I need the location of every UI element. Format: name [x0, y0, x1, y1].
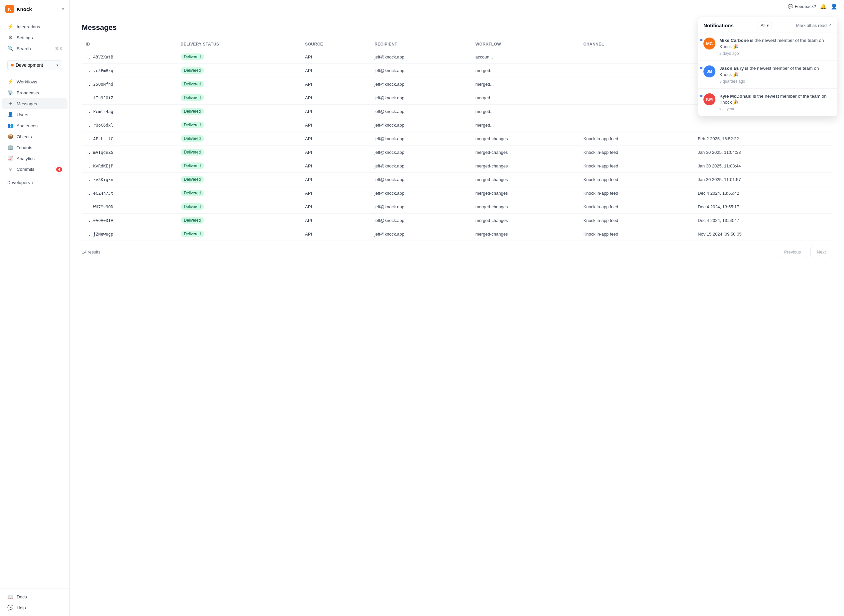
- sidebar-item-workflows[interactable]: ⚡ Workflows: [2, 76, 68, 87]
- cell-workflow: merged...: [471, 105, 580, 118]
- cell-recipient: jeff@knock.app: [370, 91, 471, 105]
- sidebar-item-developers[interactable]: Developers ›: [2, 178, 68, 188]
- env-chevron-icon: ▾: [56, 63, 59, 67]
- cell-timestamp: Jan 30 2025, 11:04:33: [694, 145, 832, 159]
- cell-id: ...AFLLLitC: [82, 132, 177, 145]
- sidebar-item-label: Help: [17, 605, 26, 610]
- cell-channel: [580, 64, 694, 78]
- feedback-button[interactable]: 💬 Feedback?: [788, 4, 816, 9]
- table-row[interactable]: ...mAIqdeZG Delivered API jeff@knock.app…: [82, 145, 832, 159]
- mark-all-read-button[interactable]: Mark all as read ✓: [796, 23, 832, 28]
- developers-label: Developers: [7, 180, 30, 185]
- feedback-icon: 💬: [788, 4, 793, 9]
- cell-channel: Knock in-app feed: [580, 132, 694, 145]
- next-button[interactable]: Next: [810, 247, 832, 257]
- cell-id: ...vc5PmBxq: [82, 64, 177, 78]
- table-row[interactable]: ...eCZ4h7Jt Delivered API jeff@knock.app…: [82, 186, 832, 200]
- cell-channel: Knock in-app feed: [580, 186, 694, 200]
- cell-recipient: jeff@knock.app: [370, 132, 471, 145]
- sidebar-item-users[interactable]: 👤 Users: [2, 109, 68, 120]
- status-badge: Delivered: [181, 135, 204, 142]
- sidebar-item-docs[interactable]: 📖 Docs: [2, 591, 68, 602]
- sidebar-item-commits[interactable]: ⑂ Commits 4: [2, 164, 68, 175]
- sidebar-item-label: Users: [17, 112, 28, 117]
- bell-icon[interactable]: 🔔: [820, 3, 827, 10]
- col-id: ID: [82, 38, 177, 50]
- table-row[interactable]: ...0AQV0DTV Delivered API jeff@knock.app…: [82, 214, 832, 227]
- status-badge: Delivered: [181, 53, 204, 60]
- cell-source: API: [301, 91, 370, 105]
- sidebar-item-objects[interactable]: 📦 Objects: [2, 131, 68, 142]
- pagination: 14 results Previous Next: [82, 241, 832, 260]
- cell-timestamp: Nov 15 2024, 09:50:05: [694, 227, 832, 241]
- col-channel: Channel: [580, 38, 694, 50]
- cell-recipient: jeff@knock.app: [370, 64, 471, 78]
- sidebar-item-label: Workflows: [17, 79, 37, 84]
- notification-body: Jason Bury is the newest member of the t…: [719, 66, 832, 84]
- environment-selector[interactable]: Development ▾: [7, 60, 62, 70]
- cell-workflow: accoun...: [471, 50, 580, 64]
- cell-channel: [580, 78, 694, 91]
- notification-item[interactable]: MC Mike Carbone is the newest member of …: [698, 33, 837, 61]
- status-badge: Delivered: [181, 230, 204, 237]
- sidebar-item-search[interactable]: 🔍 Search ⌘ K: [2, 43, 68, 54]
- table-row[interactable]: ...KvRdKEjP Delivered API jeff@knock.app…: [82, 159, 832, 173]
- notifications-filter[interactable]: All ▾: [757, 22, 772, 29]
- cell-status: Delivered: [177, 64, 301, 78]
- notification-body: Kyle McDonald is the newest member of th…: [719, 93, 832, 111]
- cell-recipient: jeff@knock.app: [370, 105, 471, 118]
- user-icon[interactable]: 👤: [831, 3, 837, 10]
- sidebar-item-label: Broadcasts: [17, 90, 39, 95]
- cell-channel: Knock in-app feed: [580, 200, 694, 214]
- sidebar-item-messages[interactable]: ✈ Messages: [2, 98, 68, 109]
- sidebar-item-label: Settings: [17, 35, 33, 40]
- cell-source: API: [301, 159, 370, 173]
- sidebar-item-tenants[interactable]: 🏢 Tenants: [2, 142, 68, 153]
- cell-id: ...kv3Kigkn: [82, 173, 177, 186]
- notification-text: Kyle McDonald is the newest member of th…: [719, 93, 832, 106]
- table-row[interactable]: ...AFLLLitC Delivered API jeff@knock.app…: [82, 132, 832, 145]
- table-row[interactable]: ...WU7Mv9QD Delivered API jeff@knock.app…: [82, 200, 832, 214]
- notification-item[interactable]: KM Kyle McDonald is the newest member of…: [698, 89, 837, 116]
- users-icon: 👤: [7, 111, 13, 117]
- cell-status: Delivered: [177, 50, 301, 64]
- sidebar-logo-chevron-icon: ▾: [62, 7, 64, 11]
- notification-name: Jason Bury: [719, 66, 744, 71]
- cell-source: API: [301, 132, 370, 145]
- previous-button[interactable]: Previous: [778, 247, 807, 257]
- sidebar-item-help[interactable]: 💬 Help: [2, 602, 68, 613]
- notifications-header: Notifications All ▾ Mark all as read ✓: [698, 17, 837, 33]
- sidebar-item-broadcasts[interactable]: 📡 Broadcasts: [2, 87, 68, 98]
- col-source: Source: [301, 38, 370, 50]
- cell-source: API: [301, 50, 370, 64]
- avatar: MC: [703, 38, 715, 50]
- table-row[interactable]: ...kv3Kigkn Delivered API jeff@knock.app…: [82, 173, 832, 186]
- cell-timestamp: Dec 4 2024, 13:55:42: [694, 186, 832, 200]
- cell-source: API: [301, 118, 370, 132]
- cell-status: Delivered: [177, 173, 301, 186]
- cell-channel: Knock in-app feed: [580, 159, 694, 173]
- table-row[interactable]: ...jZNewugp Delivered API jeff@knock.app…: [82, 227, 832, 241]
- status-badge: Delivered: [181, 176, 204, 183]
- notifications-panel: Notifications All ▾ Mark all as read ✓ M…: [698, 17, 837, 116]
- status-badge: Delivered: [181, 94, 204, 101]
- cell-status: Delivered: [177, 78, 301, 91]
- cell-timestamp: [694, 118, 832, 132]
- sidebar-item-integrations[interactable]: ⚡ Integrations: [2, 21, 68, 32]
- notification-item[interactable]: JB Jason Bury is the newest member of th…: [698, 61, 837, 89]
- sidebar-item-audiences[interactable]: 👥 Audiences: [2, 120, 68, 131]
- sidebar-item-analytics[interactable]: 📈 Analytics: [2, 153, 68, 164]
- cell-recipient: jeff@knock.app: [370, 214, 471, 227]
- sidebar-item-settings[interactable]: ⚙ Settings: [2, 32, 68, 43]
- cell-id: ...mAIqdeZG: [82, 145, 177, 159]
- cell-status: Delivered: [177, 227, 301, 241]
- sidebar-logo[interactable]: K Knock ▾: [0, 0, 69, 18]
- cell-recipient: jeff@knock.app: [370, 186, 471, 200]
- notification-name: Kyle McDonald: [719, 94, 752, 99]
- cell-source: API: [301, 105, 370, 118]
- cell-workflow: merged-changes: [471, 159, 580, 173]
- feedback-label: Feedback?: [795, 4, 816, 9]
- cell-id: ...lTu9JOiZ: [82, 91, 177, 105]
- cell-status: Delivered: [177, 200, 301, 214]
- table-row[interactable]: ...rQoC6dxl Delivered API jeff@knock.app…: [82, 118, 832, 132]
